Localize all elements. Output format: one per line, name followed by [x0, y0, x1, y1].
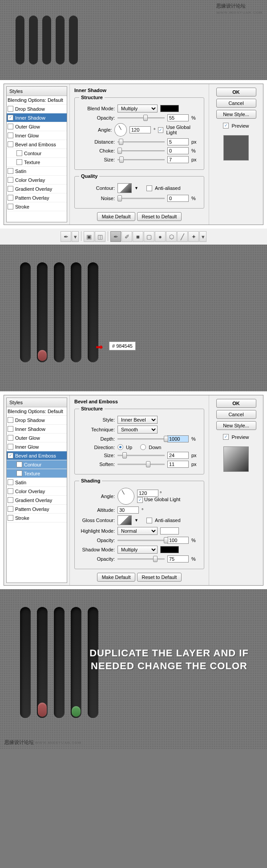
preview-checkbox[interactable]: ✓: [223, 123, 229, 129]
opacity-slider[interactable]: [117, 115, 165, 121]
style-outer-glow[interactable]: Outer Glow: [7, 434, 67, 442]
shadow-color-swatch[interactable]: [160, 105, 179, 112]
depth-input[interactable]: [167, 435, 189, 442]
noise-slider[interactable]: [117, 195, 165, 201]
soften-input[interactable]: [167, 461, 189, 468]
direction-down-radio[interactable]: [140, 444, 146, 450]
style-gradient-overlay[interactable]: Gradient Overlay: [7, 496, 67, 505]
reset-default-button[interactable]: Reset to Default: [137, 573, 182, 582]
style-pattern-overlay[interactable]: Pattern Overlay: [7, 505, 67, 514]
size-input[interactable]: [167, 156, 189, 163]
make-default-button[interactable]: Make Default: [97, 573, 136, 582]
choke-slider[interactable]: [117, 148, 165, 154]
shadow-color-swatch[interactable]: [160, 546, 179, 553]
antialias-checkbox[interactable]: [146, 185, 152, 191]
depth-slider[interactable]: [117, 436, 165, 442]
polygon-icon[interactable]: ⬡: [166, 231, 177, 242]
distance-slider[interactable]: [117, 139, 165, 145]
style-texture[interactable]: Texture: [7, 158, 67, 167]
highlight-color-swatch[interactable]: [160, 527, 179, 534]
shadow-opacity-input[interactable]: [167, 555, 189, 563]
distance-input[interactable]: [167, 138, 189, 145]
angle-dial[interactable]: [114, 123, 127, 137]
cancel-button[interactable]: Cancel: [216, 410, 256, 419]
preview-swatch: [223, 135, 249, 161]
altitude-input[interactable]: [117, 506, 139, 514]
soften-slider[interactable]: [117, 461, 165, 467]
watermark-sub: WWW.MISSYUAN.COM: [216, 11, 263, 15]
style-contour[interactable]: Contour: [7, 460, 67, 469]
ellipse-icon[interactable]: ●: [155, 231, 166, 242]
style-gradient-overlay[interactable]: Gradient Overlay: [7, 185, 67, 193]
shadow-mode-select[interactable]: Multiply: [117, 546, 158, 554]
global-light-checkbox[interactable]: ✓: [158, 127, 163, 133]
bars-preview: [9, 9, 258, 71]
new-style-button[interactable]: New Style...: [216, 110, 256, 119]
style-color-overlay[interactable]: Color Overlay: [7, 487, 67, 496]
style-contour[interactable]: Contour: [7, 149, 67, 158]
gloss-contour-picker[interactable]: [117, 515, 132, 525]
style-satin[interactable]: Satin: [7, 167, 67, 176]
highlight-opacity-slider[interactable]: [117, 537, 165, 543]
opacity-input[interactable]: [167, 114, 189, 121]
noise-input[interactable]: [167, 195, 189, 202]
shape-layers-icon[interactable]: ▣: [84, 231, 94, 242]
pen-icon[interactable]: ✒: [110, 231, 121, 242]
bevel-style-select[interactable]: Inner Bevel: [117, 416, 158, 424]
blending-options-row[interactable]: Blending Options: Default: [7, 96, 67, 104]
style-drop-shadow[interactable]: Drop Shadow: [7, 104, 67, 113]
ok-button[interactable]: OK: [216, 88, 256, 96]
cancel-button[interactable]: Cancel: [216, 99, 256, 108]
style-inner-shadow[interactable]: Inner Shadow: [7, 425, 67, 434]
bevel-size-slider[interactable]: [117, 452, 165, 458]
panel-title: Bevel and Emboss: [74, 399, 204, 404]
style-outer-glow[interactable]: Outer Glow: [7, 122, 67, 131]
bevel-size-input[interactable]: [167, 452, 189, 459]
new-style-button[interactable]: New Style...: [216, 421, 256, 430]
pen-tool-icon[interactable]: ✒: [61, 231, 71, 242]
direction-up-radio[interactable]: [117, 444, 123, 450]
style-satin[interactable]: Satin: [7, 478, 67, 487]
custom-shape-icon[interactable]: ✦: [188, 231, 199, 242]
line-icon[interactable]: ╱: [177, 231, 188, 242]
preview-checkbox[interactable]: ✓: [223, 434, 229, 440]
gloss-antialias-checkbox[interactable]: [146, 518, 152, 523]
style-stroke[interactable]: Stroke: [7, 202, 67, 211]
shadow-opacity-slider[interactable]: [117, 556, 165, 562]
highlight-mode-select[interactable]: Normal: [117, 527, 158, 535]
style-inner-shadow[interactable]: ✓Inner Shadow: [7, 113, 67, 122]
highlight-opacity-input[interactable]: [167, 537, 189, 544]
style-stroke[interactable]: Stroke: [7, 514, 67, 522]
angle-input[interactable]: [129, 126, 151, 133]
shading-angle-input[interactable]: [137, 490, 158, 497]
choke-input[interactable]: [167, 147, 189, 154]
style-inner-glow[interactable]: Inner Glow: [7, 131, 67, 140]
blending-options-row[interactable]: Blending Options: Default: [7, 407, 67, 416]
make-default-button[interactable]: Make Default: [97, 212, 136, 221]
layer-style-dialog-inner-shadow: Styles Blending Options: Default Drop Sh…: [4, 84, 263, 225]
style-bevel-emboss[interactable]: ✓Bevel and Emboss: [7, 451, 67, 460]
preview-swatch: [223, 446, 249, 472]
paths-icon[interactable]: ◫: [95, 231, 105, 242]
freeform-pen-icon[interactable]: ✐: [121, 231, 132, 242]
rectangle-icon[interactable]: ■: [133, 231, 143, 242]
style-color-overlay[interactable]: Color Overlay: [7, 176, 67, 185]
contour-picker[interactable]: [117, 183, 132, 193]
style-pattern-overlay[interactable]: Pattern Overlay: [7, 193, 67, 202]
instruction-text: DUPLICATE THE LAYER AND IF NEEDED CHANGE…: [85, 647, 254, 672]
shape-toolbar: ✒ ▾ ▣ ◫ ✒ ✐ ■ ▢ ● ⬡ ╱ ✦ ▾: [0, 229, 267, 245]
style-bevel-emboss[interactable]: Bevel and Emboss: [7, 140, 67, 149]
ok-button[interactable]: OK: [216, 399, 256, 408]
rounded-rect-icon[interactable]: ▢: [144, 231, 154, 242]
size-slider[interactable]: [117, 157, 165, 163]
bars-emboss-preview: [9, 253, 258, 371]
color-hex-display: # 984545: [109, 342, 136, 350]
reset-default-button[interactable]: Reset to Default: [137, 212, 182, 221]
blend-mode-select[interactable]: Multiply: [117, 104, 158, 113]
style-drop-shadow[interactable]: Drop Shadow: [7, 416, 67, 425]
global-light-checkbox[interactable]: ✓: [137, 497, 143, 503]
shading-angle-dial[interactable]: [117, 488, 134, 505]
bevel-technique-select[interactable]: Smooth: [117, 426, 158, 434]
style-inner-glow[interactable]: Inner Glow: [7, 442, 67, 451]
style-texture[interactable]: Texture: [7, 469, 67, 478]
